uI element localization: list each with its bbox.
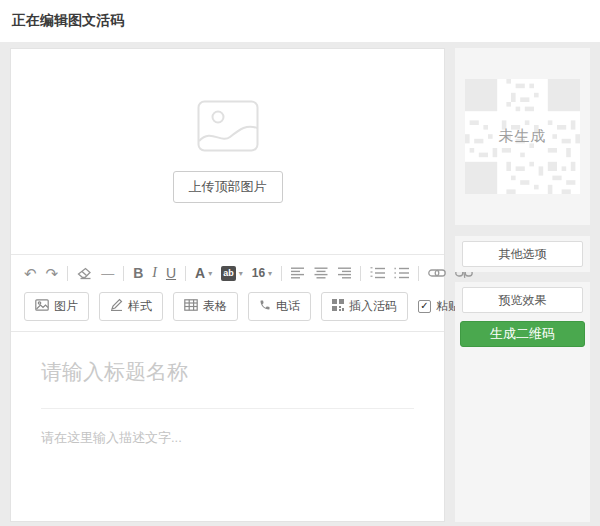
toolbar-separator (185, 266, 186, 281)
insert-toolbar-row: 图片 样式 表格 (11, 290, 444, 322)
highlight-color-button[interactable]: ab ▾ (221, 266, 243, 281)
insert-table-button[interactable]: 表格 (173, 292, 238, 321)
italic-button[interactable]: I (152, 266, 157, 280)
undo-icon[interactable]: ↶ (24, 266, 37, 281)
title-input[interactable]: 请输入标题名称 (41, 358, 414, 409)
insert-button-label: 表格 (203, 298, 227, 315)
format-toolbar-row: ↶ ↷ — B I U A ▾ ab ▾ (11, 258, 444, 288)
toolbar-separator (418, 266, 419, 281)
align-center-icon[interactable] (314, 267, 328, 279)
page-header: 正在编辑图文活码 (0, 0, 600, 42)
preview-button[interactable]: 预览效果 (462, 287, 583, 313)
align-left-icon[interactable] (291, 267, 305, 279)
underline-button[interactable]: U (166, 266, 176, 280)
insert-style-button[interactable]: 样式 (99, 292, 163, 321)
editor-content: 请输入标题名称 请在这里输入描述文字... (11, 332, 444, 447)
image-placeholder-icon (197, 100, 259, 156)
checkbox-box: ✓ (418, 300, 431, 313)
insert-button-label: 图片 (54, 298, 78, 315)
qr-status-text: 未生成 (465, 79, 580, 194)
qr-blocks-icon (332, 299, 344, 314)
table-icon (184, 299, 198, 314)
qr-code-placeholder: 未生成 (465, 79, 580, 194)
toolbar-separator (281, 266, 282, 281)
top-image-upload-area[interactable]: 上传顶部图片 (11, 49, 444, 255)
insert-button-label: 样式 (128, 298, 152, 315)
insert-image-button[interactable]: 图片 (24, 292, 89, 321)
insert-phone-button[interactable]: 电话 (248, 292, 311, 321)
editor-panel: 上传顶部图片 ↶ ↷ — B I U A ▾ (10, 48, 445, 522)
caret-down-icon: ▾ (208, 269, 212, 278)
font-size-select[interactable]: 16 ▾ (252, 266, 272, 280)
phone-icon (259, 299, 271, 314)
eraser-icon[interactable] (77, 267, 92, 280)
highlight-badge: ab (221, 266, 236, 281)
redo-icon[interactable]: ↷ (46, 266, 59, 281)
align-right-icon[interactable] (337, 267, 351, 279)
insert-button-label: 插入活码 (349, 298, 397, 315)
generate-qr-button[interactable]: 生成二维码 (460, 321, 585, 347)
horizontal-rule-icon[interactable]: — (101, 267, 114, 280)
insert-button-label: 电话 (276, 298, 300, 315)
toolbar-separator (123, 266, 124, 281)
page-title: 正在编辑图文活码 (12, 12, 124, 30)
description-input[interactable]: 请在这里输入描述文字... (41, 429, 414, 447)
caret-down-icon: ▾ (268, 269, 272, 278)
font-size-value: 16 (252, 266, 265, 280)
unordered-list-icon[interactable] (394, 267, 409, 279)
actions-card: 预览效果 生成二维码 (455, 282, 590, 522)
other-options-button[interactable]: 其他选项 (462, 241, 583, 267)
font-color-letter: A (195, 265, 205, 281)
other-options-card: 其他选项 (455, 236, 590, 272)
link-icon[interactable] (428, 268, 446, 278)
picture-icon (35, 299, 49, 314)
qr-card: 未生成 (455, 48, 590, 225)
caret-down-icon: ▾ (239, 269, 243, 278)
pen-icon (110, 298, 123, 314)
toolbar-separator (67, 266, 68, 281)
bold-button[interactable]: B (133, 266, 143, 280)
font-color-button[interactable]: A ▾ (195, 265, 212, 281)
editor-toolbar: ↶ ↷ — B I U A ▾ ab ▾ (11, 255, 444, 332)
checkmark-icon: ✓ (420, 301, 428, 311)
toolbar-separator (360, 266, 361, 281)
ordered-list-icon[interactable] (370, 267, 385, 279)
upload-top-image-button[interactable]: 上传顶部图片 (173, 171, 283, 203)
insert-livecode-button[interactable]: 插入活码 (321, 292, 408, 321)
